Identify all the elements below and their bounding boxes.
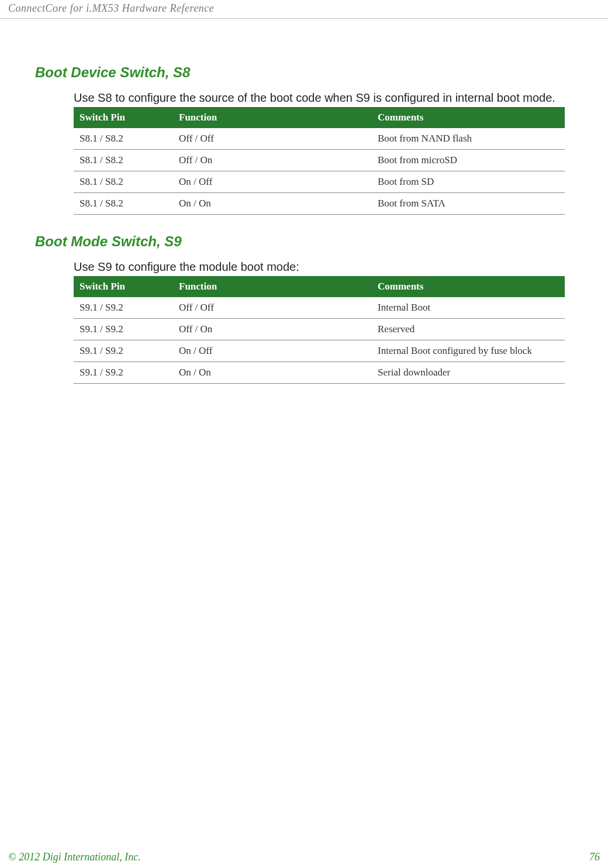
section2-table: Switch Pin Function Comments S9.1 / S9.2… [74,276,565,384]
page-footer: © 2012 Digi International, Inc. 76 [8,851,600,863]
cell-func: Off / Off [173,128,372,150]
section1-table: Switch Pin Function Comments S8.1 / S8.2… [74,107,565,215]
cell-comment: Reserved [372,319,565,340]
cell-pin: S9.1 / S9.2 [74,362,173,384]
table-row: S8.1 / S8.2 Off / Off Boot from NAND fla… [74,128,565,150]
cell-pin: S8.1 / S8.2 [74,171,173,193]
table-row: S9.1 / S9.2 Off / Off Internal Boot [74,297,565,319]
cell-comment: Boot from NAND flash [372,128,565,150]
table-header-row: Switch Pin Function Comments [74,107,565,128]
table-row: S9.1 / S9.2 Off / On Reserved [74,319,565,340]
cell-comment: Internal Boot [372,297,565,319]
header-title: ConnectCore for i.MX53 Hardware Referenc… [8,2,214,14]
th-function: Function [173,107,372,128]
cell-comment: Internal Boot configured by fuse block [372,340,565,362]
th-comments: Comments [372,276,565,297]
section1-intro: Use S8 to configure the source of the bo… [74,91,600,105]
cell-comment: Serial downloader [372,362,565,384]
th-switch-pin: Switch Pin [74,107,173,128]
table-row: S9.1 / S9.2 On / On Serial downloader [74,362,565,384]
cell-comment: Boot from microSD [372,150,565,171]
footer-page-number: 76 [589,851,600,863]
cell-pin: S8.1 / S8.2 [74,150,173,171]
cell-pin: S8.1 / S8.2 [74,128,173,150]
th-switch-pin: Switch Pin [74,276,173,297]
th-function: Function [173,276,372,297]
footer-copyright: © 2012 Digi International, Inc. [8,851,141,863]
cell-func: On / On [173,362,372,384]
cell-comment: Boot from SATA [372,193,565,215]
cell-func: On / On [173,193,372,215]
section1-title: Boot Device Switch, S8 [35,64,600,81]
cell-pin: S9.1 / S9.2 [74,297,173,319]
th-comments: Comments [372,107,565,128]
table-row: S9.1 / S9.2 On / Off Internal Boot confi… [74,340,565,362]
cell-func: Off / On [173,150,372,171]
table-header-row: Switch Pin Function Comments [74,276,565,297]
table-row: S8.1 / S8.2 On / Off Boot from SD [74,171,565,193]
cell-func: Off / Off [173,297,372,319]
cell-func: On / Off [173,340,372,362]
page-content: Boot Device Switch, S8 Use S8 to configu… [0,64,608,384]
cell-pin: S8.1 / S8.2 [74,193,173,215]
section2-title: Boot Mode Switch, S9 [35,233,600,250]
table-row: S8.1 / S8.2 Off / On Boot from microSD [74,150,565,171]
page-header: ConnectCore for i.MX53 Hardware Referenc… [0,0,608,19]
cell-func: On / Off [173,171,372,193]
cell-func: Off / On [173,319,372,340]
table-row: S8.1 / S8.2 On / On Boot from SATA [74,193,565,215]
cell-pin: S9.1 / S9.2 [74,340,173,362]
section2-intro: Use S9 to configure the module boot mode… [74,260,600,274]
cell-comment: Boot from SD [372,171,565,193]
cell-pin: S9.1 / S9.2 [74,319,173,340]
